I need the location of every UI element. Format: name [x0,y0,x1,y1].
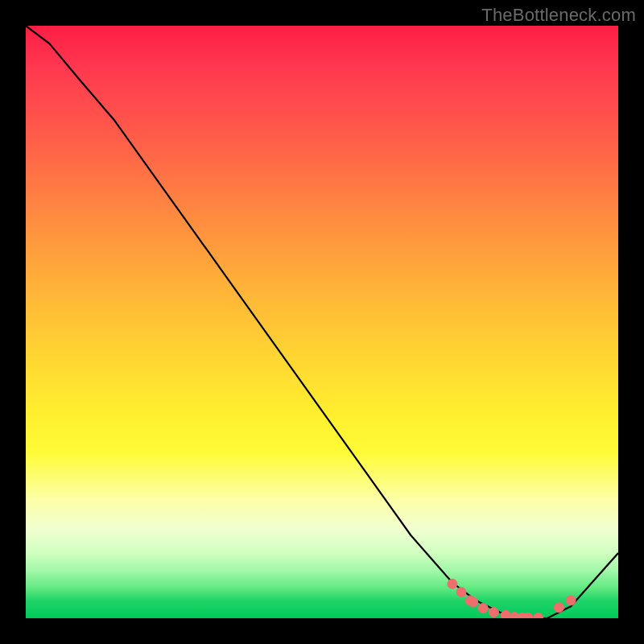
curve-marker [478,604,488,613]
bottleneck-curve [26,26,618,618]
curve-marker [489,608,498,617]
curve-marker [554,603,564,613]
curve-marker [566,596,576,605]
curve-marker [501,610,510,618]
chart-frame: TheBottleneck.com [0,0,644,644]
curve-marker [469,597,478,607]
curve-marker [534,613,543,618]
curve-marker [448,579,457,588]
chart-svg [26,26,618,618]
curve-marker [456,588,466,597]
marker-group [448,579,576,618]
watermark-text: TheBottleneck.com [481,5,636,26]
